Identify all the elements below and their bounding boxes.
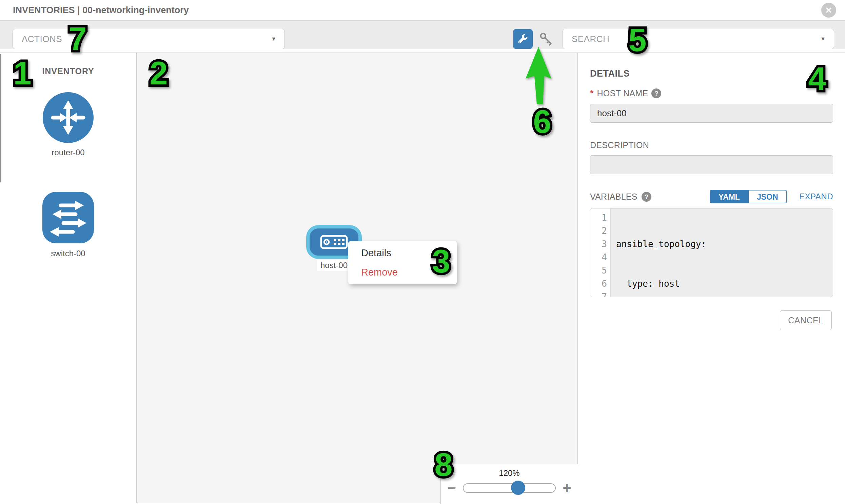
tools-button[interactable] (513, 29, 533, 49)
search-dropdown[interactable]: SEARCH ▼ (563, 29, 834, 49)
actions-dropdown[interactable]: ACTIONS ▼ (13, 29, 285, 49)
zoom-slider-track[interactable] (463, 483, 556, 493)
description-input[interactable] (590, 155, 833, 174)
inventory-sidebar: INVENTORY router-00 (0, 53, 136, 504)
zoom-control-panel: 120% − + (440, 464, 578, 504)
line-number: 7 (591, 290, 607, 297)
switch-label: switch-00 (0, 249, 136, 258)
line-number: 6 (591, 277, 607, 290)
zoom-slider-row: − + (440, 478, 578, 495)
chevron-down-icon: ▼ (820, 36, 826, 42)
line-number: 5 (591, 264, 607, 277)
zoom-level: 120% (440, 468, 578, 478)
line-number: 4 (591, 251, 607, 264)
required-marker: * (590, 88, 594, 98)
inventory-topology-app: INVENTORIES | 00-networking-inventory ✕ … (0, 0, 845, 504)
help-icon[interactable]: ? (641, 192, 651, 202)
description-label: DESCRIPTION (590, 140, 649, 150)
code-line: type: host (616, 277, 833, 290)
host-node-label: host-00 (317, 259, 351, 271)
switch-icon (42, 192, 94, 244)
host-icon (320, 235, 348, 249)
code-line: ansible_topology: (616, 238, 833, 251)
json-toggle-button[interactable]: JSON (749, 190, 787, 203)
zoom-slider-thumb[interactable] (511, 481, 525, 495)
toolbar: ACTIONS ▼ SEARCH ▼ (0, 20, 845, 49)
variables-row: VARIABLES ? YAML JSON (590, 190, 787, 203)
format-toggle: YAML JSON (710, 190, 787, 203)
wrench-icon (517, 33, 529, 45)
details-panel: DETAILS * HOST NAME ? host-00 DESCRIPTIO… (578, 53, 845, 504)
close-icon[interactable]: ✕ (821, 3, 836, 18)
host-name-input[interactable]: host-00 (590, 104, 833, 123)
key-button[interactable] (538, 30, 554, 48)
sidebar-item-router[interactable] (43, 92, 93, 143)
host-name-label: HOST NAME (597, 88, 648, 98)
node-context-menu: Details Remove (348, 241, 457, 284)
router-label: router-00 (0, 148, 136, 157)
line-number: 2 (591, 224, 607, 238)
menu-item-remove[interactable]: Remove (348, 263, 457, 282)
editor-line-numbers: 1 2 3 4 5 6 7 (591, 209, 611, 297)
menu-item-details[interactable]: Details (348, 244, 457, 263)
zoom-in-button[interactable]: + (563, 481, 571, 495)
actions-dropdown-label: ACTIONS (22, 34, 62, 44)
sidebar-title: INVENTORY (0, 67, 136, 76)
zoom-out-button[interactable]: − (447, 481, 456, 495)
details-panel-title: DETAILS (590, 69, 630, 79)
chevron-down-icon: ▼ (271, 36, 276, 42)
line-number: 3 (591, 238, 607, 251)
line-number: 1 (591, 211, 607, 224)
yaml-toggle-button[interactable]: YAML (710, 190, 749, 203)
variables-label: VARIABLES (590, 192, 637, 202)
variables-code-editor[interactable]: 1 2 3 4 5 6 7 ansible_topology: type: ho… (590, 208, 833, 297)
help-icon[interactable]: ? (651, 88, 661, 98)
sidebar-item-switch[interactable] (42, 192, 94, 244)
page-title: INVENTORIES | 00-networking-inventory (13, 0, 189, 20)
router-icon (43, 92, 93, 143)
key-icon (539, 31, 553, 47)
topology-canvas[interactable]: host-00 Details Remove 120% − + (136, 53, 578, 503)
header: INVENTORIES | 00-networking-inventory ✕ (0, 0, 845, 20)
cancel-button[interactable]: CANCEL (780, 310, 832, 330)
editor-code[interactable]: ansible_topology: type: host name: host-… (611, 209, 833, 297)
search-dropdown-label: SEARCH (572, 34, 609, 44)
host-name-label-row: * HOST NAME ? (590, 88, 661, 98)
expand-link[interactable]: EXPAND (799, 192, 833, 201)
